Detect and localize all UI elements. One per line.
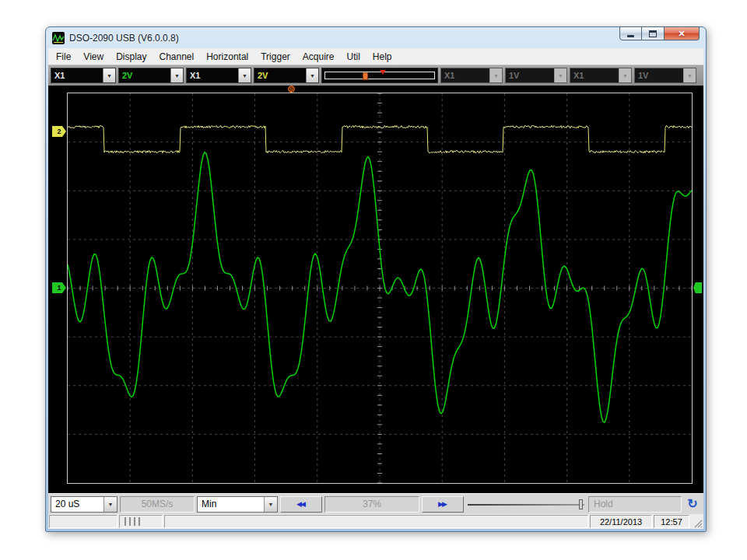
ch2-volts-combo[interactable]: 2V ▼ [254,68,319,83]
trigger-level-marker[interactable] [693,282,702,293]
menu-item-channel[interactable]: Channel [153,50,201,64]
toolbar: X1 ▼ 2V ▼ X1 ▼ 2V ▼ X1 ▼ [48,65,703,86]
maximize-button[interactable] [642,26,665,40]
dropdown-arrow-icon[interactable]: ▼ [103,497,117,512]
ch1-reference-marker[interactable]: 1 [52,282,66,293]
double-right-chevron-icon: ▶▶ [438,501,447,508]
app-window: DSO-2090 USB (V6.0.0.8) ✕ File View Disp… [45,26,707,532]
aux-volts-value-2: 1V [635,68,683,82]
menubar: File View Display Channel Horizontal Tri… [48,48,703,65]
menu-item-util[interactable]: Util [341,50,366,64]
bottom-toolbar: 20 uS ▼ 50MS/s Min ▼ ◀◀ 37% ▶▶ [48,493,703,514]
close-button[interactable]: ✕ [665,26,700,40]
trigger-position-slider[interactable] [321,68,438,83]
resize-grip[interactable] [691,515,703,528]
status-message-panel [164,515,588,528]
display-position-slider[interactable] [466,496,586,513]
hold-panel: Hold [588,496,682,513]
ch1-probe-value: X1 [51,68,103,82]
ch1-probe-combo[interactable]: X1 ▼ [51,68,116,83]
dropdown-arrow-icon: ▼ [489,68,502,82]
trigger-position-handle[interactable] [363,72,368,80]
aux-probe-value-1: X1 [441,68,489,82]
dropdown-arrow-icon[interactable]: ▼ [170,68,183,82]
minimize-button[interactable] [619,26,642,40]
scroll-left-button[interactable]: ◀◀ [280,496,322,513]
menu-item-acquire[interactable]: Acquire [296,50,341,64]
close-icon: ✕ [678,30,685,38]
ch2-probe-value: X1 [187,68,238,82]
acquire-mode-combo[interactable]: Min ▼ [197,496,278,513]
menu-item-trigger[interactable]: Trigger [254,50,296,64]
ch2-probe-combo[interactable]: X1 ▼ [186,68,251,83]
desktop: { "window": { "title": "DSO-2090 USB (V6… [0,0,747,560]
date-panel: 22/11/2013 [590,515,652,528]
dropdown-arrow-icon[interactable]: ▼ [306,68,318,82]
dropdown-arrow-icon: ▼ [554,68,566,82]
aux-volts-combo-1: 1V ▼ [505,68,567,83]
status-panel [49,515,117,528]
dropdown-arrow-icon: ▼ [683,68,696,82]
caption-buttons: ✕ [619,26,700,40]
menu-item-horizontal[interactable]: Horizontal [200,50,254,64]
menu-item-file[interactable]: File [50,50,77,64]
refresh-icon: ↻ [687,498,697,510]
timebase-value: 20 uS [51,497,103,512]
scope-plot [67,93,693,484]
hold-label: Hold [594,499,613,509]
samplerate-panel: 50MS/s [120,496,195,513]
buffer-indicator [119,515,163,528]
window-body: File View Display Channel Horizontal Tri… [48,48,703,529]
slider-handle[interactable] [579,499,583,509]
dropdown-arrow-icon: ▼ [619,68,631,82]
progress-panel: 37% [324,496,419,513]
trigger-marker-icon [380,70,386,75]
slider-track [468,504,584,506]
window-title: DSO-2090 USB (V6.0.0.8) [69,33,179,44]
double-left-chevron-icon: ◀◀ [296,501,306,508]
acquire-mode-value: Min [198,497,264,512]
menu-item-help[interactable]: Help [366,50,398,64]
ch1-volts-combo[interactable]: 2V ▼ [118,68,184,83]
aux-probe-value-2: X1 [570,68,619,82]
time-panel: 12:57 [654,515,689,528]
progress-value: 37% [363,499,381,509]
minimize-icon [627,35,634,37]
menu-item-view[interactable]: View [77,50,110,64]
scroll-right-button[interactable]: ▶▶ [422,496,464,513]
scope-client-area: 2 1 [48,86,703,493]
menu-item-display[interactable]: Display [110,50,153,64]
ch2-volts-value: 2V [254,68,306,82]
ch1-volts-value: 2V [119,68,170,82]
app-icon [52,32,65,44]
dropdown-arrow-icon[interactable]: ▼ [264,497,277,512]
titlebar[interactable]: DSO-2090 USB (V6.0.0.8) ✕ [46,27,706,48]
aux-volts-combo-2: 1V ▼ [634,68,696,83]
aux-probe-combo-2: X1 ▼ [570,68,632,83]
ch2-reference-marker[interactable]: 2 [52,126,66,137]
scope-display [68,93,692,483]
timebase-combo[interactable]: 20 uS ▼ [51,496,117,513]
refresh-button[interactable]: ↻ [684,495,701,513]
statusbar: 22/11/2013 12:57 [48,514,703,529]
aux-volts-value-1: 1V [506,68,554,82]
samplerate-value: 50MS/s [142,499,174,509]
dropdown-arrow-icon[interactable]: ▼ [238,68,251,82]
maximize-icon [649,30,657,37]
dropdown-arrow-icon[interactable]: ▼ [103,68,115,82]
aux-probe-combo-1: X1 ▼ [440,68,503,83]
